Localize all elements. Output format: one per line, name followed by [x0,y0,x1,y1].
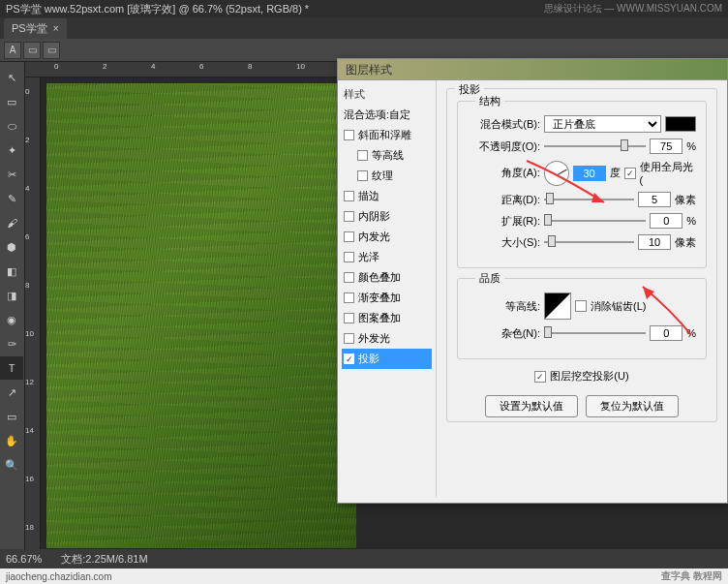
style-checkbox[interactable] [344,272,354,283]
style-checkbox[interactable] [344,313,354,323]
style-list-header: 样式 [342,84,432,105]
title-bar: PS学堂 www.52psxt.com [玻璃字效] @ 66.7% (52ps… [0,0,728,17]
style-item[interactable]: 颜色叠加 [342,267,432,288]
hand-tool-icon[interactable]: ✋ [0,429,23,452]
shadow-color-swatch[interactable] [665,116,696,132]
style-checkbox[interactable] [344,231,354,242]
style-list: 样式 混合选项:自定 斜面和浮雕等高线纹理描边内阴影内发光光泽颜色叠加渐变叠加图… [338,80,437,497]
section-title-group: 投影 结构 混合模式(B): 正片叠底 不透明度(O): [446,88,717,422]
reset-default-button[interactable]: 复位为默认值 [586,395,679,417]
canvas[interactable] [46,83,356,548]
blend-mode-label: 混合模式(B): [468,117,540,132]
structure-legend: 结构 [475,94,504,108]
watermark-logo: 查字典 教程网 [661,569,722,583]
stamp-tool-icon[interactable]: ⬢ [0,235,23,259]
distance-slider[interactable] [544,193,634,206]
make-default-button[interactable]: 设置为默认值 [485,395,578,417]
style-item-label: 纹理 [372,169,393,183]
style-checkbox[interactable] [344,353,354,364]
dialog-title[interactable]: 图层样式 [338,59,727,80]
grass-image [46,83,356,548]
contour-picker[interactable] [544,292,571,320]
pen-tool-icon[interactable]: ✑ [0,332,23,355]
wand-tool-icon[interactable]: ✦ [0,138,23,162]
style-item-label: 图案叠加 [358,311,401,325]
app-title: PS学堂 www.52psxt.com [玻璃字效] @ 66.7% (52ps… [6,2,309,15]
tab-label: PS学堂 [12,21,47,36]
size-slider[interactable] [544,235,634,249]
antialias-checkbox[interactable] [575,300,587,312]
blur-tool-icon[interactable]: ◉ [0,308,23,331]
noise-slider[interactable] [544,326,646,340]
style-item[interactable]: 内阴影 [342,206,432,227]
quality-group: 品质 等高线: 消除锯齿(L) 杂色(N): % [457,278,707,359]
shape-tool-icon[interactable]: ▭ [0,405,23,428]
eraser-tool-icon[interactable]: ◧ [0,260,23,283]
ruler-vertical[interactable]: 0 2 4 6 8 10 12 14 16 18 [25,77,41,566]
tab-bar: PS学堂 × [0,17,728,39]
marquee-tool-icon[interactable]: ▭ [0,90,23,113]
style-item-label: 斜面和浮雕 [358,128,411,142]
blend-options-item[interactable]: 混合选项:自定 [342,105,432,125]
lasso-tool-icon[interactable]: ⬭ [0,114,23,138]
size-input[interactable] [638,234,671,250]
style-checkbox[interactable] [344,292,354,303]
opacity-input[interactable] [650,138,682,154]
distance-label: 距离(D): [468,193,540,207]
style-item[interactable]: 纹理 [342,166,432,186]
bottom-watermark: jiaocheng.chazidian.com 查字典 教程网 [0,569,728,584]
quality-legend: 品质 [475,271,504,286]
knockout-checkbox[interactable] [534,371,546,383]
style-item[interactable]: 等高线 [342,145,432,166]
style-checkbox[interactable] [344,252,354,262]
style-item[interactable]: 斜面和浮雕 [342,125,432,145]
tool-preset-icon[interactable]: A [4,42,21,59]
gradient-tool-icon[interactable]: ◨ [0,284,23,307]
style-item[interactable]: 投影 [342,349,432,369]
blend-mode-select[interactable]: 正片叠底 [544,115,661,133]
angle-input[interactable] [573,166,606,181]
opacity-label: 不透明度(O): [468,139,540,154]
option-icon[interactable]: ▭ [43,42,60,59]
style-content: 投影 结构 混合模式(B): 正片叠底 不透明度(O): [437,80,727,497]
zoom-tool-icon[interactable]: 🔍 [0,453,23,476]
tools-panel: ↖ ▭ ⬭ ✦ ✂ ✎ 🖌 ⬢ ◧ ◨ ◉ ✑ T ↗ ▭ ✋ 🔍 [0,62,25,566]
noise-label: 杂色(N): [468,326,540,341]
close-icon[interactable]: × [53,23,59,34]
type-tool-icon[interactable]: T [0,356,23,380]
zoom-level[interactable]: 66.67% [6,553,42,565]
global-light-checkbox[interactable] [624,168,636,179]
eyedropper-tool-icon[interactable]: ✎ [0,187,23,210]
style-item[interactable]: 渐变叠加 [342,288,432,308]
document-tab[interactable]: PS学堂 × [4,18,67,39]
style-item[interactable]: 内发光 [342,227,432,247]
path-tool-icon[interactable]: ↗ [0,381,23,404]
style-checkbox[interactable] [344,191,354,201]
style-checkbox[interactable] [344,211,354,222]
style-checkbox[interactable] [344,333,354,344]
style-item-label: 内阴影 [358,209,390,224]
spread-input[interactable] [650,213,682,229]
opacity-slider[interactable] [544,139,646,153]
style-checkbox[interactable] [357,170,368,181]
style-checkbox[interactable] [344,130,354,140]
angle-label: 角度(A): [468,166,540,180]
style-item-label: 外发光 [358,331,390,346]
style-item[interactable]: 描边 [342,186,432,206]
style-item-label: 描边 [358,189,379,203]
style-item[interactable]: 图案叠加 [342,308,432,328]
brush-tool-icon[interactable]: 🖌 [0,211,23,234]
noise-input[interactable] [650,325,682,341]
option-icon[interactable]: ▭ [23,42,41,59]
style-item[interactable]: 光泽 [342,247,432,267]
style-checkbox[interactable] [357,150,368,161]
spread-label: 扩展(R): [468,214,540,229]
spread-slider[interactable] [544,214,646,228]
move-tool-icon[interactable]: ↖ [0,66,23,89]
style-item-label: 投影 [358,352,379,366]
status-bar: 66.67% 文档:2.25M/6.81M [0,549,728,569]
crop-tool-icon[interactable]: ✂ [0,163,23,186]
angle-dial[interactable] [544,161,569,186]
distance-input[interactable] [638,192,671,207]
style-item[interactable]: 外发光 [342,328,432,349]
